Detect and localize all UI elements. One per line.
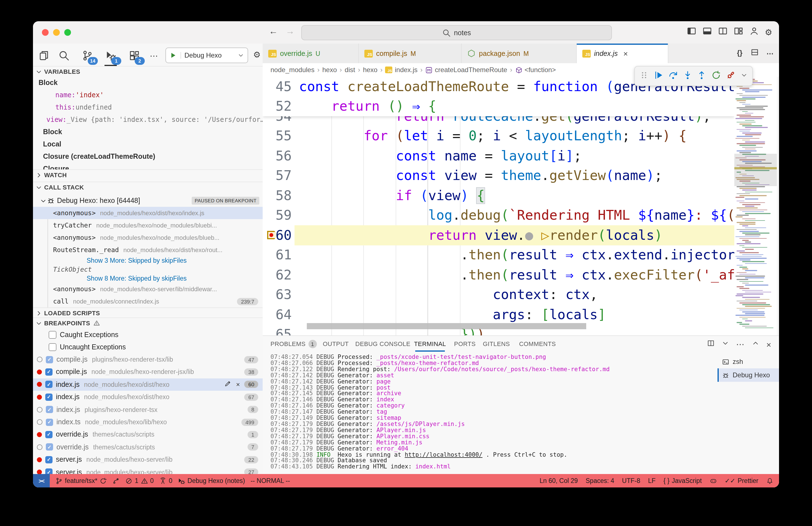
activity-files-button[interactable] xyxy=(36,48,51,62)
callstack-frame[interactable]: <anonymous>node_modules/hexo-server/lib/… xyxy=(33,283,263,295)
close-tab-icon[interactable]: × xyxy=(623,49,628,58)
section-header-loaded[interactable]: LOADED SCRIPTS xyxy=(33,308,263,318)
sticky-line-52[interactable]: 52 return () ⇒ { xyxy=(263,96,734,116)
status-left-item-3[interactable]: 0 xyxy=(159,477,172,484)
status-right-item-6[interactable]: ✓✓Prettier xyxy=(725,477,758,485)
checkbox-unchecked[interactable] xyxy=(49,331,56,339)
status-right-item-7[interactable] xyxy=(766,477,773,484)
variables-row[interactable]: view: _View {path: 'index.tsx', source: … xyxy=(33,113,263,126)
status-right-item-2[interactable]: UTF-8 xyxy=(622,478,640,484)
debug-settings-gear-icon[interactable]: ⚙ xyxy=(253,50,261,60)
close-panel-button[interactable]: × xyxy=(766,340,771,349)
section-header-callstack[interactable]: CALL STACK xyxy=(33,182,263,192)
callstack-frame[interactable]: <anonymous>node_modules/hexo/node_module… xyxy=(33,231,263,244)
forward-arrow[interactable]: → xyxy=(285,26,295,36)
breakpoint-row[interactable]: ✓server.jsnode_modules/hexo-server/lib22 xyxy=(33,453,263,466)
step-over-button[interactable] xyxy=(668,70,678,82)
section-header-variables[interactable]: VARIABLES xyxy=(33,66,263,76)
status-left-item-1[interactable] xyxy=(112,477,120,484)
restart-button[interactable] xyxy=(711,70,721,82)
zoom-window-button[interactable] xyxy=(64,29,71,36)
back-arrow[interactable]: ← xyxy=(268,26,279,36)
status-right-item-0[interactable]: Ln 60, Col 29 xyxy=(539,478,578,484)
breadcrumb-item[interactable]: hexo xyxy=(363,66,377,74)
terminal-output[interactable]: 07:48:27.054 DEBUG Processed: _posts/xco… xyxy=(271,354,712,472)
variables-row[interactable]: Block xyxy=(33,126,263,138)
start-debug-icon[interactable] xyxy=(170,52,181,59)
breadcrumb-item[interactable]: hexo xyxy=(322,66,337,74)
remote-indicator[interactable]: >< xyxy=(33,474,50,487)
code-line-60[interactable]: 60 return view.● ▷render(locals) xyxy=(263,225,734,245)
callstack-session[interactable]: Debug Hexo: hexo [64448]PAUSED ON BREAKP… xyxy=(33,195,263,207)
status-right-item-4[interactable]: { }JavaScript xyxy=(663,478,701,484)
section-header-watch[interactable]: WATCH xyxy=(33,169,263,180)
callstack-frame[interactable]: RouteStream._readnode_modules/hexo/dist/… xyxy=(33,244,263,256)
chev-down-button[interactable] xyxy=(740,71,748,81)
breakpoint-checkbox[interactable]: ✓ xyxy=(45,468,53,474)
code-line-58[interactable]: 58 if (view) { xyxy=(263,186,734,205)
toggle-secondary-sidebar-button[interactable] xyxy=(718,26,727,38)
breakpoint-checkbox[interactable]: ✓ xyxy=(45,368,53,375)
breadcrumb-item[interactable]: <function> xyxy=(515,66,556,74)
callstack-frame[interactable]: <anonymous>node_modules/hexo/dist/hexo/i… xyxy=(33,207,263,219)
minimize-window-button[interactable] xyxy=(53,29,60,36)
code-line-64[interactable]: 64 args: [locals] xyxy=(263,305,734,325)
disconnect-button[interactable] xyxy=(726,70,736,82)
account-button[interactable] xyxy=(749,26,759,38)
tab-index.js[interactable]: JSindex.js× xyxy=(577,44,668,63)
callstack-frame[interactable]: Show 8 More: Skipped by skipFiles xyxy=(33,274,263,283)
code-line-63[interactable]: 63 context: ctx, xyxy=(263,285,734,305)
breakpoint-row[interactable]: ✓compile.jsplugins/hexo-renderer-tsx/lib… xyxy=(33,353,263,366)
breakpoint-checkbox[interactable]: ✓ xyxy=(45,393,53,400)
activity-search-button[interactable] xyxy=(56,48,71,62)
breakpoint-checkbox[interactable]: ✓ xyxy=(46,406,53,413)
breakpoint-row[interactable]: ✓index.jsplugins/hexo-renderer-tsx8 xyxy=(33,403,263,416)
variables-row[interactable]: this: undefined xyxy=(33,101,263,113)
variables-row[interactable]: name: 'index' xyxy=(33,89,263,101)
variables-row[interactable]: Closure (createLoadThemeRoute) xyxy=(33,151,263,163)
status-right-item-1[interactable]: Spaces: 4 xyxy=(586,478,614,484)
breakpoint-checkbox[interactable]: ✓ xyxy=(45,381,53,388)
customize-layout-button[interactable] xyxy=(734,26,743,38)
variables-row[interactable]: Block xyxy=(33,76,263,89)
split-terminal-button[interactable] xyxy=(707,339,715,350)
callstack-frame[interactable]: tryCatchernode_modules/hexo/node_modules… xyxy=(33,219,263,231)
breakpoint-row[interactable]: ✓override.jsthemes/cactus/scripts1 xyxy=(33,428,263,441)
toggle-panel-button[interactable] xyxy=(702,26,712,38)
breakpoint-row[interactable]: ✓index.jsnode_modules/hexo/dist/hexo×60 xyxy=(33,379,263,391)
code-line-59[interactable]: 59 log.debug(`Rendering HTML ${name}: ${… xyxy=(263,205,734,225)
step-into-button[interactable] xyxy=(683,70,692,82)
tab-package.json[interactable]: package.jsonM xyxy=(462,44,577,63)
activity-extensions-button[interactable]: 2 xyxy=(127,48,141,62)
skipfiles-link[interactable]: Show 3 More: Skipped by skipFiles xyxy=(87,257,187,264)
code-line-62[interactable]: 62 .then(result ⇒ ctx.execFilter('_after… xyxy=(263,265,734,285)
checkbox-unchecked[interactable] xyxy=(49,343,56,351)
status-left-item-2[interactable]: 10 xyxy=(125,477,154,484)
status-left-item-5[interactable]: -- NORMAL -- xyxy=(251,478,290,484)
breakpoint-row[interactable]: ✓override.jsthemes/cactus/scripts7 xyxy=(33,441,263,453)
status-left-item-0[interactable]: feature/tsx* xyxy=(55,477,107,484)
section-header-breakpoints[interactable]: BREAKPOINTS xyxy=(33,317,263,328)
activity-more-button[interactable]: ⋯ xyxy=(147,48,161,62)
panel-tab-gitlens[interactable]: GITLENS xyxy=(483,336,510,352)
breakpoint-checkbox[interactable]: ✓ xyxy=(45,456,53,463)
breadcrumb-item[interactable]: JSindex.js xyxy=(385,66,418,74)
code-line-61[interactable]: 61 .then(result ⇒ ctx.extend.injector.ex… xyxy=(263,245,734,265)
breakpoint-row[interactable]: ✓compile.jsnode_modules/hexo-renderer-js… xyxy=(33,366,263,378)
callstack-frame[interactable]: callnode_modules/connect/index.js239:7 xyxy=(33,295,263,308)
callstack-frame[interactable]: Show 3 More: Skipped by skipFiles xyxy=(33,256,263,265)
terminal-dropdown-button[interactable] xyxy=(722,339,729,350)
exception-breakpoint-row[interactable]: Uncaught Exceptions xyxy=(33,341,263,353)
panel-tab-terminal[interactable]: TERMINAL xyxy=(414,336,446,352)
step-out-button[interactable] xyxy=(697,70,707,82)
code-line-56[interactable]: 56 const name = layout[i]; xyxy=(263,146,734,166)
minimap-slider[interactable] xyxy=(734,154,777,186)
panel-tab-comments[interactable]: COMMENTS xyxy=(519,336,556,352)
continue-button[interactable] xyxy=(654,70,663,82)
breadcrumb-item[interactable]: createLoadThemeRoute xyxy=(425,66,507,74)
run-config-dropdown[interactable]: Debug Hexo xyxy=(165,47,248,63)
code-line-55[interactable]: 55 for (let i = 0; i < layoutLength; i++… xyxy=(263,126,734,146)
remove-breakpoint-icon[interactable]: × xyxy=(236,381,240,388)
command-center-search[interactable]: notes xyxy=(301,25,612,40)
edit-breakpoint-icon[interactable] xyxy=(224,380,232,389)
